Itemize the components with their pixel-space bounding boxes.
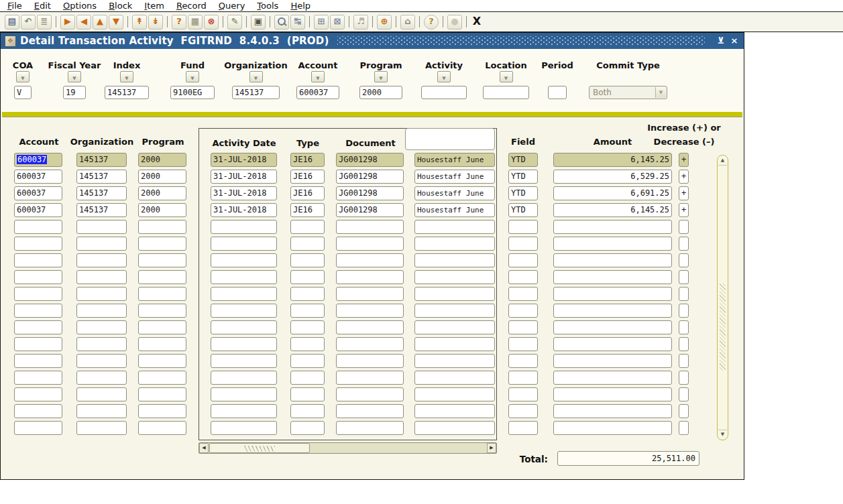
cell-organization[interactable] [76, 421, 127, 435]
cell-sign[interactable]: + [679, 186, 689, 200]
cell-sign[interactable] [679, 354, 689, 368]
cell-amount[interactable]: 6,145.25 [553, 153, 672, 167]
menu-item-options[interactable]: Options [57, 1, 103, 11]
cell-amount[interactable]: 6,691.25 [553, 186, 672, 200]
cell-account[interactable]: 600037 [14, 203, 62, 217]
index-input[interactable] [105, 86, 149, 99]
menu-item-item[interactable]: Item [138, 1, 170, 11]
cell-document[interactable]: JG001298 [336, 203, 404, 217]
cell-sign[interactable] [679, 237, 689, 251]
cell-field[interactable] [508, 304, 538, 318]
cell-program[interactable] [138, 354, 186, 368]
cell-type[interactable]: JE16 [290, 186, 325, 200]
vertical-scrollbar[interactable]: ▲ ▼ [717, 155, 728, 440]
cell-organization[interactable]: 145137 [76, 170, 127, 184]
cell-field[interactable]: YTD [508, 186, 538, 200]
cell-field[interactable] [508, 371, 538, 385]
menu-item-record[interactable]: Record [170, 1, 213, 11]
cell-sign[interactable] [679, 371, 689, 385]
cell-account[interactable] [14, 287, 62, 301]
rollback-icon[interactable]: ↶ [21, 15, 36, 29]
cell-activity-date[interactable] [211, 354, 277, 368]
cell-description[interactable] [414, 237, 495, 251]
cell-activity-date[interactable] [211, 220, 277, 234]
cell-description[interactable] [414, 354, 495, 368]
cell-type[interactable] [290, 320, 325, 334]
cell-program[interactable]: 2000 [138, 203, 186, 217]
cell-document[interactable] [336, 304, 404, 318]
cell-document[interactable] [336, 404, 404, 418]
cell-activity-date[interactable] [211, 253, 277, 267]
cell-program[interactable] [138, 237, 186, 251]
cell-type[interactable] [290, 220, 325, 234]
cell-field[interactable]: YTD [508, 153, 538, 167]
cell-description[interactable] [414, 220, 495, 234]
next-record-icon[interactable]: ▼ [109, 15, 123, 29]
cell-amount[interactable] [553, 337, 672, 351]
cell-type[interactable] [290, 253, 325, 267]
cell-type[interactable] [290, 387, 325, 401]
cell-program[interactable] [138, 387, 186, 401]
account-lov-button[interactable]: ▼ [311, 71, 325, 82]
item-properties-icon[interactable]: ↹ [290, 15, 305, 29]
save-icon[interactable]: ▤ [5, 15, 19, 29]
cell-amount[interactable] [553, 270, 672, 284]
organization-input[interactable] [232, 86, 280, 99]
cell-document[interactable] [336, 270, 404, 284]
cell-document[interactable] [336, 337, 404, 351]
menu-item-block[interactable]: Block [103, 1, 138, 11]
cell-sign[interactable]: + [679, 170, 689, 184]
cell-amount[interactable]: 6,145.25 [553, 203, 672, 217]
home-icon[interactable]: ⌂ [400, 15, 415, 29]
cell-amount[interactable] [553, 354, 672, 368]
cell-document[interactable] [336, 387, 404, 401]
cell-activity-date[interactable] [211, 404, 277, 418]
cell-type[interactable] [290, 337, 325, 351]
cell-sign[interactable] [679, 287, 689, 301]
cell-account[interactable] [14, 421, 62, 435]
cell-document[interactable] [336, 354, 404, 368]
cell-type[interactable]: JE16 [290, 153, 325, 167]
cell-amount[interactable] [553, 404, 672, 418]
cell-activity-date[interactable]: 31-JUL-2018 [211, 170, 277, 184]
cell-activity-date[interactable]: 31-JUL-2018 [211, 203, 277, 217]
scroll-down-button[interactable]: ▼ [718, 430, 727, 439]
description-header-field[interactable] [405, 128, 495, 150]
cell-field[interactable]: YTD [508, 170, 538, 184]
menu-item-help[interactable]: Help [284, 1, 317, 11]
menu-item-edit[interactable]: Edit [28, 1, 57, 11]
cell-amount[interactable] [553, 220, 672, 234]
cell-sign[interactable] [679, 337, 689, 351]
cell-type[interactable] [290, 421, 325, 435]
cell-activity-date[interactable] [211, 337, 277, 351]
insert-record-icon[interactable]: ▶ [60, 15, 75, 29]
cell-type[interactable]: JE16 [290, 170, 325, 184]
cell-program[interactable] [138, 270, 186, 284]
cell-field[interactable] [508, 354, 538, 368]
account-input[interactable] [296, 86, 339, 99]
cell-program[interactable] [138, 287, 186, 301]
cell-organization[interactable] [76, 220, 127, 234]
cell-program[interactable] [138, 320, 186, 334]
coa-input[interactable] [14, 86, 32, 99]
cell-field[interactable]: YTD [508, 203, 538, 217]
cell-account[interactable] [14, 253, 62, 267]
cell-activity-date[interactable] [211, 320, 277, 334]
cell-document[interactable] [336, 287, 404, 301]
execute-query-icon[interactable]: ▦ [188, 15, 203, 29]
cell-sign[interactable] [679, 387, 689, 401]
cell-program[interactable] [138, 337, 186, 351]
cell-document[interactable] [336, 237, 404, 251]
cell-activity-date[interactable]: 31-JUL-2018 [211, 153, 277, 167]
cell-amount[interactable] [553, 253, 672, 267]
close-button[interactable]: × [729, 36, 740, 46]
organization-lov-button[interactable]: ▼ [249, 71, 263, 82]
cell-organization[interactable] [76, 404, 127, 418]
cell-account[interactable] [14, 304, 62, 318]
cell-description[interactable] [414, 270, 495, 284]
cell-field[interactable] [508, 320, 538, 334]
cell-type[interactable] [290, 237, 325, 251]
remove-record-icon[interactable]: ◀ [76, 15, 91, 29]
cell-description[interactable] [414, 304, 495, 318]
cell-field[interactable] [508, 237, 538, 251]
